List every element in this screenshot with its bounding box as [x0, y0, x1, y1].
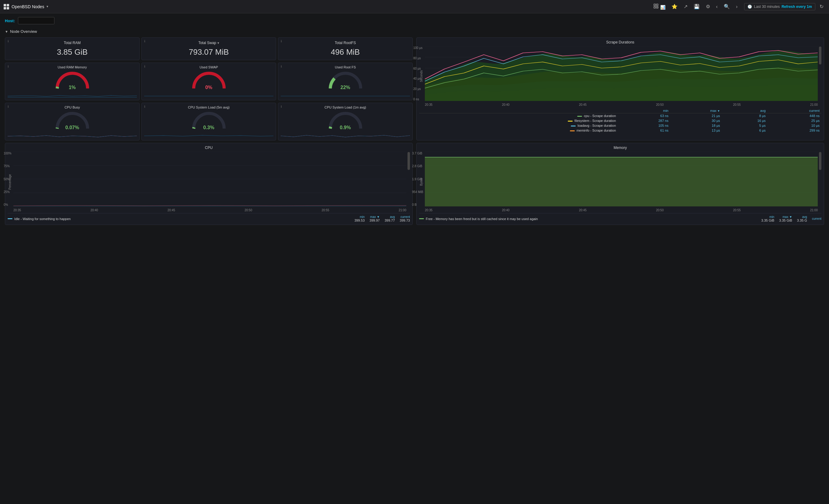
mem-legend-min: min 3.35 GiB	[761, 215, 774, 222]
cpu-x-0: 20:35	[13, 208, 21, 212]
legend-cpu-min: 63 ns	[618, 113, 670, 119]
main-content: Host: ▼ Node Overview ℹ Total RAM 3.85 G…	[0, 13, 829, 229]
mem-legend-avg: avg 3.35 G	[797, 215, 807, 222]
gauge-value-cpu-busy: 0.07%	[65, 125, 79, 130]
legend-mi-max: 13 µs	[670, 128, 722, 133]
topbar: OpenBSD Nodes ▾ 📊 ⭐ ↗ 💾 ⚙ ‹ 🔍 › 🕐 Last 3…	[0, 0, 829, 13]
scrape-y-label-2: 60 µs	[413, 67, 423, 70]
stat-card-title-rootfs: Total RootFS	[282, 41, 409, 45]
cpu-legend-max: max ▼ 399.97	[369, 215, 380, 222]
section-chevron-icon[interactable]: ▼	[5, 30, 8, 33]
cpu-x-2: 20:45	[168, 208, 175, 212]
info-icon-cpu-1m[interactable]: ℹ	[281, 105, 282, 108]
memory-legend-row: Free - Memory has been freed but is stil…	[419, 213, 821, 222]
scrape-y-label-0: 100 µs	[413, 46, 423, 49]
scrape-y-label-1: 80 µs	[413, 56, 423, 60]
legend-header-avg[interactable]: avg	[722, 108, 767, 113]
legend-fs-max: 30 µs	[670, 118, 722, 123]
refresh-button[interactable]: ↻	[818, 2, 825, 11]
cpu-x-1: 20:40	[90, 208, 98, 212]
svg-rect-0	[654, 4, 655, 5]
info-icon-rootfs[interactable]: ℹ	[281, 40, 282, 43]
swap-dropdown-arrow[interactable]: ▾	[217, 41, 219, 45]
left-panel: ℹ Total RAM 3.85 GiB ℹ Total Swap ▾ 793.…	[5, 37, 413, 141]
scrape-x-3: 20:50	[656, 103, 663, 106]
legend-header-max[interactable]: max	[670, 108, 722, 113]
cpu-legend-label: Idle - Waiting for something to happen	[14, 217, 71, 221]
mem-x-0: 20:35	[425, 208, 432, 212]
gauge-card-cpu-load-5m: ℹ CPU System Load (5m avg) 0.3%	[141, 103, 276, 141]
info-icon-used-swap[interactable]: ℹ	[144, 65, 145, 68]
gauge-used-swap: 0%	[191, 70, 227, 90]
host-select[interactable]	[18, 17, 55, 24]
stat-card-title-ram: Total RAM	[9, 41, 136, 45]
stat-card-total-rootfs: ℹ Total RootFS 496 MiB	[278, 37, 413, 60]
info-icon-cpu-busy[interactable]: ℹ	[8, 105, 9, 108]
app-logo[interactable]: OpenBSD Nodes ▾	[4, 4, 48, 9]
scrape-scrollbar[interactable]	[819, 46, 821, 106]
gauge-value-cpu-5m: 0.3%	[203, 125, 214, 130]
scrape-y-label-3: 40 µs	[413, 77, 423, 80]
legend-header-min[interactable]: min	[618, 108, 670, 113]
zoom-button[interactable]: 🔍	[722, 2, 732, 11]
info-icon-cpu-5m[interactable]: ℹ	[144, 105, 145, 108]
section-header: ▼ Node Overview	[5, 29, 824, 34]
cpu-scrollbar[interactable]	[407, 152, 410, 212]
legend-fs-min: 287 ns	[618, 118, 670, 123]
gauge-title-used-rootfs: Used Root FS	[281, 65, 410, 69]
legend-label-loadavg: loadavg - Scrape duration	[577, 124, 616, 127]
host-label: Host:	[5, 18, 15, 23]
scrape-y-label-5: 0 ns	[413, 98, 423, 101]
gauge-cpu-5m: 0.3%	[191, 110, 227, 130]
legend-label-meminfo: meminfo - Scrape duration	[577, 128, 616, 132]
scrape-legend-table: min max avg current cpu - Scrape duratio…	[419, 108, 821, 133]
time-range-label: Last 30 minutes	[754, 5, 780, 9]
save-button[interactable]: 💾	[692, 2, 701, 11]
gauge-cpu-1m: 0.9%	[327, 110, 364, 130]
stat-cards-row: ℹ Total RAM 3.85 GiB ℹ Total Swap ▾ 793.…	[5, 37, 413, 60]
legend-label-cpu: cpu - Scrape duration	[584, 114, 616, 118]
cpu-legend-avg: avg 399.77	[385, 215, 395, 222]
gauge-title-used-swap: Used SWAP	[144, 65, 274, 69]
mem-legend-color	[419, 218, 424, 219]
scrape-x-1: 20:40	[502, 103, 509, 106]
title-dropdown-arrow[interactable]: ▾	[46, 5, 48, 8]
scrape-chart-title: Scrape Durations	[419, 40, 821, 44]
stat-card-total-swap: ℹ Total Swap ▾ 793.07 MiB	[141, 37, 276, 60]
back-button[interactable]: ‹	[714, 3, 720, 11]
legend-row-loadavg: loadavg - Scrape duration 105 ns 18 µs 5…	[419, 123, 821, 128]
memory-chart-title: Memory	[419, 146, 821, 150]
gauge-card-cpu-load-1m: ℹ CPU System Load (1m avg) 0.9%	[278, 103, 413, 141]
gauge-card-used-swap: ℹ Used SWAP 0%	[141, 63, 276, 100]
gauge-title-cpu-busy: CPU Busy	[8, 106, 137, 109]
time-range-picker[interactable]: 🕐 Last 30 minutes Refresh every 1m	[744, 3, 815, 10]
mem-x-2: 20:45	[579, 208, 587, 212]
stat-card-value-rootfs: 496 MiB	[282, 47, 409, 57]
topbar-icons: 📊 ⭐ ↗ 💾 ⚙ ‹ 🔍 › 🕐 Last 30 minutes Refres…	[651, 2, 825, 11]
info-icon-used-rootfs[interactable]: ℹ	[281, 65, 282, 68]
cpu-chart-title: CPU	[8, 146, 410, 150]
gauge-cards-row1: ℹ Used RAM Memory 1%	[5, 63, 413, 100]
legend-header-label	[419, 108, 618, 113]
settings-button[interactable]: ⚙	[704, 2, 712, 11]
stat-card-total-ram: ℹ Total RAM 3.85 GiB	[5, 37, 140, 60]
info-icon-ram[interactable]: ℹ	[8, 40, 9, 43]
legend-cpu-avg: 8 µs	[722, 113, 767, 119]
info-icon-used-ram[interactable]: ℹ	[8, 65, 9, 68]
gauge-title-cpu-5m: CPU System Load (5m avg)	[144, 106, 274, 109]
add-panel-button[interactable]: 📊	[651, 2, 667, 11]
star-button[interactable]: ⭐	[670, 2, 679, 11]
cpu-legend-color	[8, 218, 12, 219]
dashboard-grid: ℹ Total RAM 3.85 GiB ℹ Total Swap ▾ 793.…	[5, 37, 824, 141]
share-button[interactable]: ↗	[682, 2, 689, 11]
stat-card-title-swap: Total Swap ▾	[145, 41, 272, 45]
stat-card-value-swap: 793.07 MiB	[145, 47, 272, 57]
legend-label-filesystem: filesystem - Scrape duration	[574, 119, 616, 122]
memory-scrollbar[interactable]	[819, 152, 821, 212]
info-icon-swap[interactable]: ℹ	[144, 40, 145, 43]
gauge-card-cpu-busy: ℹ CPU Busy 0.07%	[5, 103, 140, 141]
legend-cpu-current: 448 ns	[767, 113, 821, 119]
gauge-card-used-rootfs: ℹ Used Root FS 22%	[278, 63, 413, 100]
legend-header-current[interactable]: current	[767, 108, 821, 113]
forward-button[interactable]: ›	[734, 3, 739, 11]
